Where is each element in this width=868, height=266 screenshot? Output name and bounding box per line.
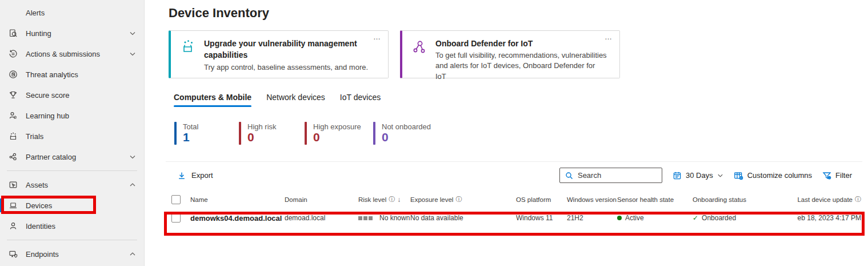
cell-exposure-level: No data available	[410, 214, 516, 222]
stat-bar	[239, 122, 241, 145]
chevron-down-icon	[129, 30, 136, 37]
sidebar-item-actions-submissions[interactable]: Actions & submissions	[0, 43, 144, 64]
stat-bar	[373, 122, 375, 145]
stat-value: 0	[313, 131, 361, 144]
tab-iot-devices[interactable]: IoT devices	[340, 90, 381, 107]
sidebar-item-threat-analytics[interactable]: Threat analytics	[0, 64, 144, 85]
sidebar-item-learning-hub[interactable]: Learning hub	[0, 105, 144, 126]
actions-history-icon	[9, 49, 18, 58]
sidebar-item-secure-score[interactable]: Secure score	[0, 85, 144, 105]
device-table: Name Domain Risk level ⓘ ↓ Exposure leve…	[166, 192, 862, 229]
sort-desc-icon: ↓	[397, 196, 401, 203]
sidebar: Alerts Hunting Actions & submission	[0, 0, 145, 266]
chevron-up-icon	[129, 181, 136, 188]
more-options-icon[interactable]: …	[373, 32, 381, 42]
stat-total: Total 1	[174, 122, 239, 146]
assets-icon	[9, 180, 18, 189]
stat-not-onboarded: Not onboarded 0	[373, 122, 431, 146]
chevron-down-icon	[129, 50, 136, 57]
col-windows-version[interactable]: Windows version	[567, 196, 617, 203]
card-description: To get full visibility, recommendations,…	[435, 50, 607, 82]
chevron-down-icon	[717, 172, 723, 178]
stat-label: Total	[183, 122, 198, 131]
col-risk-level[interactable]: Risk level ⓘ ↓	[358, 196, 410, 203]
search-input[interactable]	[578, 171, 658, 180]
date-range-dropdown[interactable]: 30 Days	[673, 171, 723, 180]
cell-last-device-update: Feb 18, 2023 4:17 PM	[797, 214, 862, 222]
col-exposure-level[interactable]: Exposure level ⓘ	[410, 196, 516, 203]
sidebar-item-identities[interactable]: Identities	[0, 216, 144, 236]
tab-network-devices[interactable]: Network devices	[266, 90, 325, 107]
export-download-icon	[177, 171, 186, 180]
threat-analytics-icon	[9, 70, 18, 79]
sidebar-item-partner-catalog[interactable]: Partner catalog	[0, 146, 144, 167]
stat-value: 0	[382, 131, 431, 144]
sidebar-item-devices[interactable]: Devices	[0, 195, 144, 216]
row-checkbox[interactable]	[171, 213, 181, 223]
check-icon: ✓	[693, 214, 698, 222]
gift-sparkle-icon	[180, 39, 197, 72]
sidebar-divider	[7, 170, 137, 171]
chevron-down-icon	[129, 153, 136, 160]
cell-onboarding-status: ✓ Onboarded	[693, 214, 797, 222]
col-onboarding-status[interactable]: Onboarding status	[693, 196, 797, 203]
device-name-link[interactable]: demowks04.demoad.local	[190, 214, 282, 223]
promo-cards: Upgrade your vulnerability management ca…	[169, 30, 862, 78]
info-icon: ⓘ	[389, 196, 395, 203]
device-type-tabs: Computers & Mobile Network devices IoT d…	[174, 90, 862, 107]
tab-computers-mobile[interactable]: Computers & Mobile	[174, 90, 251, 107]
select-all-checkbox[interactable]	[171, 195, 181, 204]
device-table-row[interactable]: demowks04.demoad.local demoad.local No k…	[166, 207, 862, 229]
card-description: Try app control, baseline assessments, a…	[204, 62, 368, 73]
sidebar-item-trials[interactable]: Trials	[0, 126, 144, 146]
cell-sensor-health-state: Active	[617, 214, 693, 222]
sidebar-item-hunting[interactable]: Hunting	[0, 23, 144, 43]
col-domain[interactable]: Domain	[285, 196, 358, 203]
filter-funnel-icon	[822, 171, 831, 180]
customize-columns-button[interactable]: Customize columns	[734, 171, 812, 180]
partner-catalog-icon	[9, 152, 18, 161]
page-title: Device Inventory	[169, 5, 862, 22]
filter-label: Filter	[835, 171, 852, 180]
active-status-dot-icon	[617, 216, 622, 220]
main-content: Device Inventory Upgrade your vulnerabil…	[145, 0, 868, 266]
search-icon	[565, 172, 573, 180]
stat-bar	[305, 122, 307, 145]
person-icon	[9, 221, 18, 231]
selected-indicator	[0, 198, 2, 212]
card-title: Onboard Defender for IoT	[435, 38, 598, 49]
trials-gift-icon	[9, 132, 18, 141]
learning-hub-icon	[9, 111, 18, 120]
customize-columns-icon	[734, 171, 743, 180]
risk-level-bars-icon	[358, 216, 376, 220]
sidebar-item-endpoints[interactable]: Endpoints	[0, 244, 144, 264]
cell-windows-version: 21H2	[567, 214, 617, 222]
stat-label: Not onboarded	[382, 122, 431, 131]
col-os-platform[interactable]: OS platform	[516, 196, 567, 203]
more-options-icon[interactable]: …	[605, 32, 613, 42]
sidebar-divider	[7, 240, 137, 240]
devices-laptop-icon	[9, 201, 18, 210]
info-icon: ⓘ	[455, 196, 462, 203]
stat-high-risk: High risk 0	[239, 122, 305, 146]
sidebar-item-alerts[interactable]: Alerts	[0, 2, 144, 23]
search-box[interactable]	[559, 168, 662, 183]
export-button[interactable]: Export	[177, 171, 213, 180]
card-title: Upgrade your vulnerability management ca…	[204, 38, 367, 61]
stat-high-exposure: High exposure 0	[305, 122, 373, 146]
stat-value: 0	[247, 131, 277, 144]
info-icon: ⓘ	[855, 196, 861, 203]
app-root: Alerts Hunting Actions & submission	[0, 0, 868, 266]
customize-columns-label: Customize columns	[747, 171, 812, 180]
filter-button[interactable]: Filter	[822, 171, 852, 180]
col-sensor-health-state[interactable]: Sensor health state	[617, 196, 693, 203]
col-name[interactable]: Name	[190, 196, 285, 203]
card-onboard-defender-iot[interactable]: Onboard Defender for IoT To get full vis…	[400, 30, 620, 78]
sidebar-item-assets[interactable]: Assets	[0, 174, 144, 195]
table-header-row: Name Domain Risk level ⓘ ↓ Exposure leve…	[166, 192, 862, 207]
summary-stats: Total 1 High risk 0 High exposure 0	[174, 122, 862, 146]
col-last-device-update[interactable]: Last device update ⓘ	[797, 196, 862, 203]
stat-label: High exposure	[313, 122, 361, 131]
card-upgrade-vulnerability-management[interactable]: Upgrade your vulnerability management ca…	[169, 30, 389, 78]
trophy-icon	[9, 90, 18, 100]
